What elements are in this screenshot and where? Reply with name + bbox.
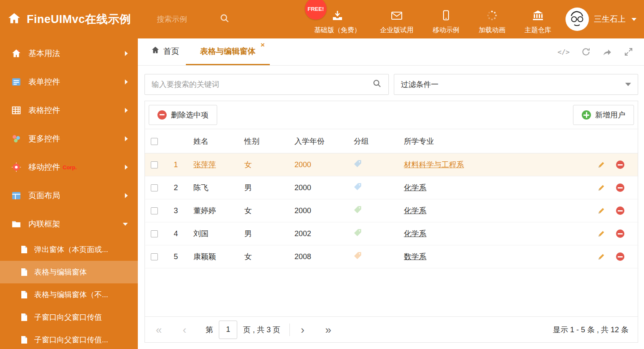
tag-icon [354,160,362,168]
sidebar-subitem-popup-window[interactable]: 弹出窗体（本页面或... [0,238,138,261]
header-search-input[interactable] [157,15,220,24]
row-index: 5 [164,245,188,268]
tab-tools: </> [558,38,633,65]
sidebar-subitem-grid-edit-window-2[interactable]: 表格与编辑窗体（不... [0,283,138,306]
refresh-icon[interactable] [581,47,591,56]
mobile-icon [441,10,451,23]
sidebar-item-page-layout[interactable]: 页面布局 [0,181,138,210]
delete-row-icon[interactable] [616,252,624,261]
share-icon[interactable] [602,47,612,56]
table-row[interactable]: 2 陈飞 男 2000 化学系 [145,176,638,199]
row-index: 2 [164,176,188,199]
edit-icon[interactable] [597,161,605,169]
delete-selected-button[interactable]: 删除选中项 [149,105,217,125]
major-link[interactable]: 化学系 [404,183,426,192]
table-row[interactable]: 4 刘国 男 2002 化学系 [145,222,638,245]
student-name: 刘国 [193,229,208,238]
frame-icon [11,219,22,229]
student-gender: 女 [238,153,289,176]
delete-row-icon[interactable] [616,206,624,215]
prev-page-icon[interactable]: ‹ [181,324,188,335]
download-icon [332,10,343,23]
page-count-label: 页 , 共 3 页 [243,325,280,335]
chevron-right-icon [125,193,128,198]
spinner-icon [486,10,498,23]
sidebar-subitem-child-to-parent-2[interactable]: 子窗口向父窗口传值... [0,329,138,349]
student-name: 董婷婷 [193,206,216,215]
next-page-icon[interactable]: › [299,324,306,335]
sidebar-item-grid-controls[interactable]: 表格控件 [0,96,138,125]
chevron-down-icon [123,223,128,226]
nav-label: 加载动画 [479,26,505,35]
student-name: 陈飞 [193,183,208,192]
first-page-icon[interactable]: « [154,324,163,335]
edit-icon[interactable] [597,253,605,261]
brand[interactable]: FineUIMvc在线示例 [8,12,131,27]
delete-row-icon[interactable] [616,229,624,238]
file-icon [20,268,28,276]
sidebar-item-form-controls[interactable]: 表单控件 [0,68,138,96]
header-search[interactable] [157,13,241,25]
row-checkbox[interactable] [151,230,158,237]
select-all-checkbox[interactable] [151,138,158,145]
file-icon [20,336,28,344]
student-gender: 女 [238,199,289,222]
chevron-right-icon [125,51,128,56]
table-row[interactable]: 3 董婷婷 女 2000 化学系 [145,199,638,222]
mobile-pin-icon [11,162,22,172]
home-icon [11,48,22,59]
home-logo-icon [8,12,21,27]
delete-row-icon[interactable] [616,160,624,169]
sidebar-item-iframe[interactable]: 内联框架 [0,210,138,238]
row-checkbox[interactable] [151,161,158,168]
nav-label: 企业版试用 [380,26,413,35]
enroll-year: 2008 [289,245,348,268]
sidebar-item-mobile-controls[interactable]: 移动控件 Corp. [0,153,138,181]
page-prefix-label: 第 [205,325,213,335]
delete-row-icon[interactable] [616,183,624,192]
edit-icon[interactable] [597,184,605,192]
last-page-icon[interactable]: » [324,324,333,335]
row-checkbox[interactable] [151,184,158,191]
user-menu[interactable]: 三生石上 [565,8,636,31]
keyword-search-input[interactable] [152,80,373,89]
page-input[interactable] [219,321,237,339]
source-code-icon[interactable]: </> [558,48,570,56]
nav-loading-animation[interactable]: 加载动画 [479,10,505,35]
nav-theme-repo[interactable]: 主题仓库 [525,10,551,35]
keyword-searchbox[interactable] [145,74,389,95]
major-link[interactable]: 材料科学与工程系 [404,160,464,169]
tab-grid-edit-window[interactable]: 表格与编辑窗体 × [186,38,270,65]
nav-enterprise-trial[interactable]: 企业版试用 [380,10,413,35]
major-link[interactable]: 化学系 [404,229,426,238]
filter-dropdown[interactable]: 过滤条件一 [394,74,638,95]
edit-icon[interactable] [597,207,605,215]
search-icon[interactable] [220,13,230,25]
table-row[interactable]: 5 康颖颖 女 2008 数学系 [145,245,638,268]
student-gender: 女 [238,245,289,268]
close-icon[interactable]: × [261,41,265,48]
file-icon [20,290,28,299]
sidebar-subitem-child-to-parent[interactable]: 子窗口向父窗口传值 [0,306,138,329]
row-checkbox[interactable] [151,253,158,260]
tab-home[interactable]: 首页 [145,38,186,65]
major-link[interactable]: 化学系 [404,206,426,215]
sidebar-subitem-grid-edit-window[interactable]: 表格与编辑窗体 [0,261,138,283]
expand-icon[interactable] [624,47,633,56]
sidebar-item-basic-usage[interactable]: 基本用法 [0,39,138,68]
grid-panel: 删除选中项 新增用户 姓名 性别 入学年份 分组 所学专业 [145,101,638,343]
chevron-right-icon [125,79,128,84]
home-icon [151,46,160,56]
search-icon[interactable] [373,79,382,90]
major-link[interactable]: 数学系 [404,252,426,261]
app-header: FineUIMvc在线示例 FREE! 基础版（免费） 企业版试用 移动示例 [0,0,644,38]
add-user-button[interactable]: 新增用户 [573,105,634,125]
grid-empty-space [145,268,638,316]
row-checkbox[interactable] [151,207,158,214]
avatar [565,8,589,31]
nav-mobile-demo[interactable]: 移动示例 [433,10,459,35]
edit-icon[interactable] [597,230,605,238]
sidebar-item-more-controls[interactable]: 更多控件 [0,125,138,153]
table-row[interactable]: 1 张萍萍 女 2000 材料科学与工程系 [145,153,638,176]
tag-icon [354,206,362,214]
